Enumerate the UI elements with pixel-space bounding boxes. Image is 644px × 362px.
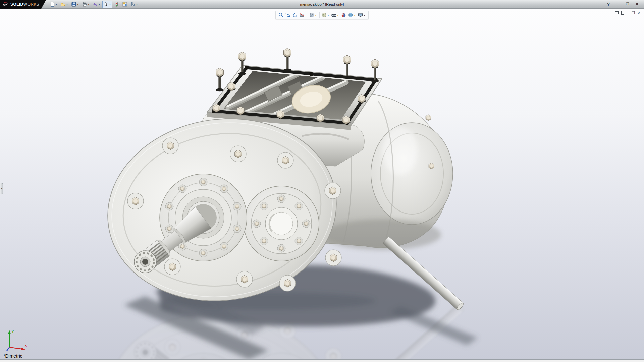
logo-edge bbox=[41, 0, 46, 9]
help-button[interactable]: ? bbox=[604, 2, 613, 7]
select-button[interactable] bbox=[102, 1, 112, 8]
previous-view-icon bbox=[292, 12, 298, 18]
triad-z-axis bbox=[7, 347, 9, 351]
window-controls: ? – ❐ ✕ bbox=[604, 1, 644, 7]
dropdown-caret-icon[interactable] bbox=[98, 0, 101, 8]
minimize-button[interactable]: – bbox=[614, 1, 623, 7]
triad-y-label: Y bbox=[12, 330, 14, 333]
gearbox-model[interactable] bbox=[96, 48, 465, 315]
dropdown-caret-icon[interactable] bbox=[55, 0, 58, 8]
dropdown-caret-icon[interactable] bbox=[315, 11, 317, 19]
dropdown-caret-icon[interactable] bbox=[76, 0, 79, 8]
rebuild-button[interactable] bbox=[113, 1, 120, 8]
orientation-triad: Y X bbox=[4, 326, 29, 353]
section-view-icon bbox=[300, 12, 305, 18]
undo-icon bbox=[93, 2, 98, 7]
doc-minimize-button[interactable]: – bbox=[627, 11, 629, 15]
solidworks-window: SOLIDWORKS bbox=[0, 0, 644, 362]
solidworks-logo: SOLIDWORKS bbox=[0, 0, 41, 9]
heads-up-view-toolbar bbox=[276, 11, 369, 19]
doc-restore-button[interactable]: ❐ bbox=[632, 11, 635, 15]
options-sliders-icon bbox=[130, 2, 136, 7]
main-toolbar bbox=[46, 1, 142, 8]
section-view-button[interactable] bbox=[299, 12, 306, 18]
apply-scene-icon bbox=[348, 12, 354, 18]
dropdown-caret-icon[interactable] bbox=[363, 11, 366, 19]
dropdown-caret-icon[interactable] bbox=[66, 0, 68, 8]
save-icon bbox=[71, 2, 76, 7]
dropdown-caret-icon[interactable] bbox=[87, 0, 90, 8]
dropdown-caret-icon[interactable] bbox=[327, 11, 330, 19]
window-arrange-icon[interactable] bbox=[615, 11, 619, 14]
view-settings-icon bbox=[358, 12, 363, 18]
ds-logo-icon bbox=[3, 2, 9, 7]
options-button[interactable] bbox=[129, 1, 139, 8]
display-style-button[interactable] bbox=[321, 12, 330, 18]
appearance-button[interactable] bbox=[121, 1, 128, 8]
previous-view-button[interactable] bbox=[292, 12, 299, 18]
window-arrange-vertical-icon[interactable] bbox=[621, 11, 624, 15]
graphics-viewport[interactable]: – ❐ ✕ ◂ Y X *Dimetric bbox=[0, 9, 644, 359]
undo-button[interactable] bbox=[92, 1, 102, 8]
open-button[interactable] bbox=[59, 1, 69, 8]
hide-show-items-button[interactable] bbox=[331, 12, 340, 18]
toolbar-separator bbox=[307, 12, 307, 18]
triad-x-arrowhead bbox=[21, 348, 25, 351]
apply-scene-button[interactable] bbox=[347, 12, 357, 18]
zoom-to-area-button[interactable] bbox=[285, 12, 291, 18]
view-settings-button[interactable] bbox=[357, 12, 367, 18]
print-button[interactable] bbox=[81, 1, 91, 8]
view-orientation-button[interactable] bbox=[309, 12, 318, 18]
save-button[interactable] bbox=[70, 1, 80, 8]
rebuild-stoplight-icon bbox=[114, 2, 119, 7]
view-orientation-icon bbox=[309, 12, 315, 18]
triad-y-arrowhead bbox=[8, 330, 11, 334]
dropdown-caret-icon[interactable] bbox=[337, 11, 339, 19]
view-orientation-label: *Dimetric bbox=[3, 353, 22, 359]
display-style-icon bbox=[322, 12, 327, 18]
new-document-button[interactable] bbox=[49, 1, 59, 8]
triad-x-axis bbox=[9, 347, 21, 349]
edit-appearance-icon bbox=[341, 12, 346, 18]
appearance-swatch-icon bbox=[122, 2, 127, 7]
edit-appearance-button[interactable] bbox=[340, 12, 347, 18]
brand-bold: SOLID bbox=[10, 2, 23, 7]
new-document-icon bbox=[50, 2, 55, 7]
dropdown-caret-icon[interactable] bbox=[109, 0, 111, 8]
brand-text: SOLIDWORKS bbox=[10, 2, 39, 7]
feature-manager-splitter-tab[interactable]: ◂ bbox=[0, 183, 3, 194]
brand-light: WORKS bbox=[23, 2, 39, 7]
statusbar bbox=[0, 359, 644, 362]
toolbar-separator bbox=[319, 12, 320, 18]
select-cursor-icon bbox=[103, 2, 109, 7]
document-window-controls: – ❐ ✕ bbox=[615, 11, 641, 15]
model-canvas[interactable] bbox=[0, 9, 644, 359]
zoom-to-fit-button[interactable] bbox=[278, 12, 284, 18]
triad-x-label: X bbox=[25, 344, 27, 347]
doc-close-button[interactable]: ✕ bbox=[638, 11, 641, 15]
hide-show-items-icon bbox=[331, 12, 337, 18]
maximize-button[interactable]: ❐ bbox=[623, 1, 632, 7]
dropdown-caret-icon[interactable] bbox=[136, 0, 138, 8]
dropdown-caret-icon[interactable] bbox=[354, 11, 356, 19]
open-icon bbox=[60, 2, 66, 7]
close-button[interactable]: ✕ bbox=[633, 1, 641, 7]
zoom-to-fit-icon bbox=[278, 12, 284, 18]
zoom-to-area-icon bbox=[285, 12, 291, 18]
print-icon bbox=[82, 2, 87, 7]
titlebar: SOLIDWORKS bbox=[0, 0, 644, 9]
